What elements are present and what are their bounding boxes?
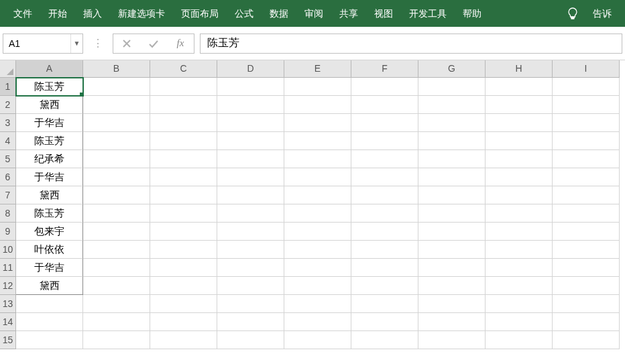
cell-D15[interactable] [217, 331, 284, 349]
cell-E14[interactable] [284, 313, 351, 331]
ribbon-tab-0[interactable]: 文件 [5, 0, 40, 27]
row-header-12[interactable]: 12 [0, 277, 16, 295]
cell-B2[interactable] [83, 96, 150, 114]
cell-D4[interactable] [217, 132, 284, 150]
cell-F9[interactable] [351, 223, 418, 241]
cell-G2[interactable] [418, 96, 486, 114]
cell-H5[interactable] [486, 150, 553, 168]
cell-H3[interactable] [486, 114, 553, 132]
cell-G15[interactable] [418, 331, 486, 349]
cell-C15[interactable] [150, 331, 217, 349]
cell-F13[interactable] [351, 295, 418, 313]
col-header-F[interactable]: F [351, 60, 418, 78]
cell-H4[interactable] [486, 132, 553, 150]
cell-E8[interactable] [284, 204, 351, 223]
cell-I7[interactable] [553, 186, 620, 204]
name-box-dropdown-icon[interactable]: ▼ [70, 34, 82, 53]
cell-D2[interactable] [217, 96, 284, 114]
cell-G6[interactable] [418, 168, 486, 186]
col-header-C[interactable]: C [150, 60, 217, 78]
cell-D5[interactable] [217, 150, 284, 168]
cell-I4[interactable] [553, 132, 620, 150]
cell-A14[interactable] [16, 313, 83, 331]
cell-H7[interactable] [486, 186, 553, 204]
cell-A6[interactable]: 于华吉 [16, 168, 83, 186]
row-header-11[interactable]: 11 [0, 259, 16, 277]
ribbon-tab-2[interactable]: 插入 [75, 0, 110, 27]
confirm-icon[interactable] [140, 34, 167, 53]
cell-B14[interactable] [83, 313, 150, 331]
cell-H10[interactable] [486, 241, 553, 259]
cell-D11[interactable] [217, 259, 284, 277]
cell-G14[interactable] [418, 313, 486, 331]
cell-A10[interactable]: 叶依依 [16, 241, 83, 259]
cell-H1[interactable] [486, 78, 553, 96]
cell-I3[interactable] [553, 114, 620, 132]
ribbon-tab-6[interactable]: 数据 [262, 0, 296, 27]
col-header-B[interactable]: B [83, 60, 150, 78]
cell-A13[interactable] [16, 295, 83, 313]
cell-I11[interactable] [553, 259, 620, 277]
cell-C3[interactable] [150, 114, 217, 132]
cell-A5[interactable]: 纪承希 [16, 150, 83, 168]
row-header-13[interactable]: 13 [0, 295, 16, 313]
cell-C5[interactable] [150, 150, 217, 168]
cell-A2[interactable]: 黛西 [16, 96, 83, 114]
cell-C7[interactable] [150, 186, 217, 204]
select-all-corner[interactable] [0, 60, 16, 78]
ribbon-tab-3[interactable]: 新建选项卡 [110, 0, 173, 27]
cell-B9[interactable] [83, 223, 150, 241]
cell-B1[interactable] [83, 78, 150, 96]
cell-B12[interactable] [83, 277, 150, 295]
cell-E12[interactable] [284, 277, 351, 295]
cell-D9[interactable] [217, 223, 284, 241]
ribbon-tab-7[interactable]: 审阅 [296, 0, 331, 27]
cell-F11[interactable] [351, 259, 418, 277]
cell-A4[interactable]: 陈玉芳 [16, 132, 83, 150]
cell-B11[interactable] [83, 259, 150, 277]
cell-F14[interactable] [351, 313, 418, 331]
row-header-15[interactable]: 15 [0, 331, 16, 349]
col-header-I[interactable]: I [553, 60, 620, 78]
cell-D14[interactable] [217, 313, 284, 331]
cell-E10[interactable] [284, 241, 351, 259]
ribbon-tab-1[interactable]: 开始 [40, 0, 75, 27]
cell-F2[interactable] [351, 96, 418, 114]
row-header-3[interactable]: 3 [0, 114, 16, 132]
cell-C10[interactable] [150, 241, 217, 259]
cell-C8[interactable] [150, 204, 217, 223]
cell-G7[interactable] [418, 186, 486, 204]
cell-I6[interactable] [553, 168, 620, 186]
cell-H12[interactable] [486, 277, 553, 295]
cell-E9[interactable] [284, 223, 351, 241]
tell-me-text[interactable]: 告诉 [585, 0, 620, 27]
cell-H15[interactable] [486, 331, 553, 349]
cell-B7[interactable] [83, 186, 150, 204]
cell-H11[interactable] [486, 259, 553, 277]
cell-F1[interactable] [351, 78, 418, 96]
formula-input[interactable] [200, 34, 622, 54]
cell-I13[interactable] [553, 295, 620, 313]
row-header-6[interactable]: 6 [0, 168, 16, 186]
cell-G12[interactable] [418, 277, 486, 295]
cell-F4[interactable] [351, 132, 418, 150]
ribbon-tab-9[interactable]: 视图 [366, 0, 401, 27]
cell-H2[interactable] [486, 96, 553, 114]
cell-D6[interactable] [217, 168, 284, 186]
cell-A8[interactable]: 陈玉芳 [16, 204, 83, 223]
cell-H14[interactable] [486, 313, 553, 331]
ribbon-tab-5[interactable]: 公式 [227, 0, 262, 27]
cell-I9[interactable] [553, 223, 620, 241]
fx-icon[interactable]: fx [167, 34, 194, 53]
col-header-A[interactable]: A [16, 60, 83, 78]
cell-F5[interactable] [351, 150, 418, 168]
cell-H8[interactable] [486, 204, 553, 223]
cell-A1[interactable]: 陈玉芳 [16, 78, 83, 96]
cell-A12[interactable]: 黛西 [16, 277, 83, 295]
cell-B8[interactable] [83, 204, 150, 223]
cell-I2[interactable] [553, 96, 620, 114]
cell-E13[interactable] [284, 295, 351, 313]
row-header-10[interactable]: 10 [0, 241, 16, 259]
cell-I14[interactable] [553, 313, 620, 331]
cell-E3[interactable] [284, 114, 351, 132]
